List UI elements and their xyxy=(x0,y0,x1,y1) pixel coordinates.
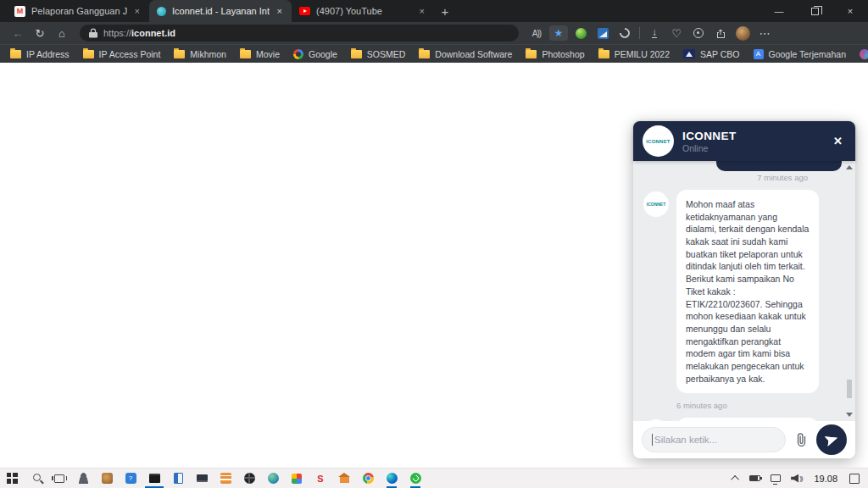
url-text: https://iconnet.id xyxy=(103,28,175,38)
bookmark-folder-download-software[interactable]: Download Software xyxy=(419,49,512,59)
chevron-up-icon xyxy=(731,475,739,484)
bookmark-label: Google xyxy=(309,49,337,59)
profile-button[interactable] xyxy=(732,24,754,42)
home-app-icon xyxy=(340,477,349,483)
bookmark-folder-ip-access-point[interactable]: IP Access Point xyxy=(83,49,161,59)
taskbar-clock[interactable]: 19.08 xyxy=(807,474,844,484)
bookmark-folder-movie[interactable]: Movie xyxy=(240,49,280,59)
pinned-app-globe[interactable] xyxy=(261,469,285,488)
laptop-app-icon xyxy=(197,474,208,482)
scrollbar-thumb[interactable] xyxy=(847,380,852,398)
settings-more-button[interactable]: ⋯ xyxy=(754,24,776,42)
back-button[interactable]: ← xyxy=(7,24,29,42)
bookmark-folder-mikhmon[interactable]: Mikhmon xyxy=(174,49,226,59)
tray-expand-button[interactable] xyxy=(728,469,744,488)
open-app-whatsapp[interactable] xyxy=(403,469,427,488)
desktop-screen: M Pelaporan Gangguan Jaringan La × Iconn… xyxy=(0,0,868,488)
bookmarks-bar: IP Address IP Access Point Mikhmon Movie… xyxy=(0,44,868,63)
chat-input-field[interactable] xyxy=(642,427,786,452)
tab-gmail-pelaporan[interactable]: M Pelaporan Gangguan Jaringan La × xyxy=(7,0,149,22)
new-tab-button[interactable]: + xyxy=(434,0,456,22)
google-favicon-icon xyxy=(293,49,303,59)
chat-text-input[interactable] xyxy=(654,435,776,445)
url-scheme: https:// xyxy=(103,28,131,38)
extension-screenshot-button[interactable] xyxy=(592,24,614,42)
read-aloud-button[interactable]: A)) xyxy=(526,24,548,42)
bookmark-rsi-ibnu-sina[interactable]: RSI IBNU SINA BUK... xyxy=(860,49,868,59)
chat-close-button[interactable]: ✕ xyxy=(830,133,846,149)
bookmark-label: IP Access Point xyxy=(99,49,161,59)
bookmark-folder-pemilu-2022[interactable]: PEMILU 2022 xyxy=(598,49,670,59)
refresh-button[interactable]: ↻ xyxy=(29,24,51,42)
timestamp-top: 7 minutes ago xyxy=(643,173,845,182)
pinned-app-document[interactable] xyxy=(166,469,190,488)
whatsapp-icon xyxy=(410,473,421,484)
pinned-app-blue[interactable]: ? xyxy=(119,469,142,488)
chat-header-text: ICONNET Online xyxy=(682,130,737,153)
tray-network[interactable] xyxy=(765,469,786,488)
pinned-app-person[interactable] xyxy=(71,469,95,488)
gmail-favicon-icon: M xyxy=(14,6,25,17)
bookmark-sap-cbo[interactable]: SAP CBO xyxy=(683,49,740,59)
pinned-app-home[interactable] xyxy=(332,469,356,488)
browser-titlebar: M Pelaporan Gangguan Jaringan La × Iconn… xyxy=(0,0,868,22)
scroll-down-icon[interactable] xyxy=(846,413,853,417)
action-center-button[interactable] xyxy=(844,469,865,488)
pinned-app-color-grid[interactable] xyxy=(285,469,309,488)
minimize-button[interactable]: — xyxy=(761,0,797,22)
youtube-favicon-icon xyxy=(299,7,310,15)
restore-button[interactable] xyxy=(797,0,832,22)
red-s-app-icon: S xyxy=(317,474,323,484)
bookmark-google[interactable]: Google xyxy=(293,49,337,59)
bookmark-label: Photoshop xyxy=(542,49,584,59)
open-app-terminal[interactable] xyxy=(142,469,166,488)
downloads-button[interactable]: ↓ xyxy=(643,24,665,42)
open-app-edge[interactable] xyxy=(380,469,403,488)
share-button[interactable] xyxy=(709,24,732,42)
copilot-icon xyxy=(693,28,704,38)
tray-battery[interactable] xyxy=(744,469,765,488)
browser-essentials-button[interactable]: ♡ xyxy=(665,24,687,42)
folder-icon xyxy=(10,50,21,58)
close-window-button[interactable]: × xyxy=(832,0,868,22)
translate-favicon-icon: A xyxy=(754,49,764,59)
taskbar-search-button[interactable] xyxy=(24,469,47,488)
bookmark-google-terjemahan[interactable]: AGoogle Terjemahan xyxy=(754,49,846,59)
browser-toolbar: ← ↻ ⌂ https://iconnet.id A)) ★ ↓ ♡ ⋯ xyxy=(0,22,868,44)
copilot-button[interactable] xyxy=(687,24,709,42)
tab-close-icon[interactable]: × xyxy=(275,6,284,16)
extension-idm-button[interactable] xyxy=(570,24,592,42)
bookmark-folder-sosmed[interactable]: SOSMED xyxy=(351,49,406,59)
pinned-app-orange[interactable] xyxy=(95,469,119,488)
chat-widget: ICONNET ICONNET Online ✕ 7 minutes ago I… xyxy=(633,121,855,458)
folder-icon xyxy=(240,50,251,58)
start-button[interactable] xyxy=(0,469,24,488)
extension-darkmode-button[interactable] xyxy=(614,24,636,42)
tab-iconnet[interactable]: Iconnet.id - Layanan Internet Bro × xyxy=(149,0,292,22)
terminal-window-icon xyxy=(149,474,160,483)
bookmark-label: PEMILU 2022 xyxy=(615,49,670,59)
home-button[interactable]: ⌂ xyxy=(51,24,73,42)
tab-close-icon[interactable]: × xyxy=(418,6,426,16)
attach-file-button[interactable] xyxy=(793,433,810,446)
pinned-app-chrome[interactable] xyxy=(356,469,380,488)
task-view-button[interactable] xyxy=(47,469,71,488)
address-bar[interactable]: https://iconnet.id xyxy=(80,25,519,42)
user-message-bubble-partial xyxy=(716,161,842,171)
chat-online-status: Online xyxy=(682,143,737,153)
bookmark-folder-photoshop[interactable]: Photoshop xyxy=(526,49,584,59)
favorite-star-button[interactable]: ★ xyxy=(548,24,570,42)
tray-volume[interactable]: )) xyxy=(786,469,807,488)
bookmark-folder-ip-address[interactable]: IP Address xyxy=(10,49,70,59)
pinned-app-laptop[interactable] xyxy=(190,469,214,488)
scroll-up-icon[interactable] xyxy=(846,165,853,169)
tab-youtube[interactable]: (4907) YouTube × xyxy=(292,0,434,22)
pinned-app-red-s[interactable]: S xyxy=(309,469,332,488)
send-message-button[interactable] xyxy=(816,424,847,455)
globe-app-icon xyxy=(268,473,279,484)
chat-scrollbar[interactable] xyxy=(843,163,854,419)
tab-close-icon[interactable]: × xyxy=(133,6,142,16)
pinned-app-dark-globe[interactable] xyxy=(237,469,261,488)
pinned-app-orange-box[interactable] xyxy=(214,469,237,488)
battery-icon xyxy=(749,475,760,481)
